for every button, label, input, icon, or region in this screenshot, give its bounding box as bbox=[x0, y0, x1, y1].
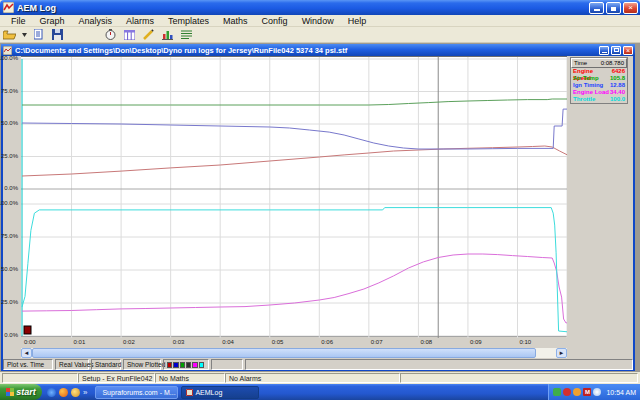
start-button[interactable]: start bbox=[0, 384, 42, 400]
y-tick-label: 75.0% bbox=[1, 233, 18, 239]
y-tick-label: 0.0% bbox=[4, 332, 18, 338]
y-axis-labels: 100.0%75.0%50.0%25.0%0.0%100.0%75.0%50.0… bbox=[0, 56, 20, 337]
horizontal-scrollbar[interactable]: ◄ ► bbox=[21, 348, 567, 358]
status-bar: Setup - Ex RunFile042 5374 No Maths No A… bbox=[0, 372, 640, 384]
plot-area[interactable] bbox=[21, 56, 567, 337]
ie-icon[interactable] bbox=[47, 388, 56, 397]
x-tick-label: 0:02 bbox=[123, 339, 135, 345]
channel-value: 12.88 bbox=[610, 82, 625, 89]
legend-row-engine-load: Engine Load 34.40 bbox=[571, 89, 627, 96]
firefox-icon[interactable] bbox=[59, 388, 68, 397]
channel-value: 105.8 bbox=[610, 75, 625, 82]
doc-icon bbox=[3, 46, 12, 55]
restore-button[interactable] bbox=[606, 2, 621, 14]
series-ign-timing bbox=[22, 109, 567, 149]
doc-maximize-button[interactable] bbox=[611, 46, 621, 55]
channel-swatch[interactable] bbox=[180, 362, 185, 368]
channel-swatch[interactable] bbox=[192, 362, 197, 368]
channel-color-swatches[interactable] bbox=[163, 359, 209, 370]
status-alarms-field: No Alarms bbox=[225, 373, 400, 383]
tray-shield-icon[interactable] bbox=[553, 388, 561, 396]
stopwatch-icon bbox=[105, 29, 116, 40]
channel-swatch[interactable] bbox=[167, 362, 172, 368]
list-icon bbox=[181, 30, 192, 39]
channel-label: Engine Load bbox=[573, 89, 609, 96]
x-tick-label: 0:08 bbox=[420, 339, 432, 345]
x-tick-label: 0:00 bbox=[24, 339, 36, 345]
save-button[interactable] bbox=[49, 28, 66, 42]
y-tick-label: 75.0% bbox=[1, 88, 18, 94]
scrollbar-thumb[interactable] bbox=[32, 348, 536, 358]
menu-config[interactable]: Config bbox=[255, 16, 295, 26]
scroll-right-button[interactable]: ► bbox=[556, 348, 567, 358]
aemlog-icon bbox=[186, 389, 193, 396]
open-dropdown-button[interactable] bbox=[20, 28, 28, 42]
minimize-button[interactable] bbox=[589, 2, 604, 14]
empty-field-1 bbox=[211, 359, 243, 370]
close-button[interactable]: × bbox=[623, 2, 638, 14]
legend-row-ign-timing: Ign Timing 12.88 bbox=[571, 82, 627, 89]
open-file-button[interactable] bbox=[1, 28, 18, 42]
save-icon bbox=[52, 29, 63, 40]
series-air-temp bbox=[22, 99, 567, 105]
task-label: Supraforums.com - M... bbox=[102, 389, 175, 396]
doc-close-button[interactable]: × bbox=[623, 46, 633, 55]
menubar: File Graph Analysis Alarms Templates Mat… bbox=[0, 15, 640, 27]
channel-swatch[interactable] bbox=[173, 362, 178, 368]
status-empty-field-2 bbox=[400, 373, 638, 383]
clock: 10:54 AM bbox=[606, 389, 636, 396]
channel-swatch[interactable] bbox=[199, 362, 204, 368]
doc-minimize-button[interactable] bbox=[599, 46, 609, 55]
taskbar: start » Supraforums.com - M... AEMLog M … bbox=[0, 384, 640, 400]
standard-field[interactable]: Standard bbox=[91, 359, 121, 370]
open-file-icon bbox=[3, 30, 16, 40]
legend-time-row: Time 0:08.780 bbox=[571, 58, 627, 68]
windows-flag-icon bbox=[6, 388, 14, 396]
menu-templates[interactable]: Templates bbox=[161, 16, 216, 26]
menu-analysis[interactable]: Analysis bbox=[72, 16, 120, 26]
y-tick-label: 25.0% bbox=[1, 153, 18, 159]
channel-swatch[interactable] bbox=[186, 362, 191, 368]
start-label: start bbox=[16, 387, 36, 397]
menu-file[interactable]: File bbox=[4, 16, 33, 26]
menu-window[interactable]: Window bbox=[295, 16, 341, 26]
tray-m-icon[interactable]: M bbox=[583, 388, 591, 396]
chevron-more-icon[interactable]: » bbox=[83, 388, 87, 397]
report-icon bbox=[34, 29, 43, 40]
doc-titlebar[interactable]: C:\Documents and Settings\Don\Desktop\Dy… bbox=[1, 44, 635, 56]
window-title: AEM Log bbox=[17, 3, 589, 13]
values-mode-field[interactable]: Real Values bbox=[55, 359, 89, 370]
x-tick-label: 0:05 bbox=[272, 339, 284, 345]
time-value: 0:08.780 bbox=[601, 60, 624, 66]
doc-bottom-bar: Plot vs. Time Real Values Standard Show … bbox=[3, 359, 633, 370]
table-button[interactable] bbox=[121, 28, 138, 42]
menu-help[interactable]: Help bbox=[341, 16, 374, 26]
doc-title: C:\Documents and Settings\Don\Desktop\Dy… bbox=[15, 46, 599, 55]
chart-button[interactable] bbox=[159, 28, 176, 42]
legend-row-air-temp: Air Temp 105.8 bbox=[571, 75, 627, 82]
quick-launch-bar: » bbox=[42, 388, 92, 397]
menu-alarms[interactable]: Alarms bbox=[119, 16, 161, 26]
tray-orange-icon[interactable] bbox=[573, 388, 581, 396]
menu-maths[interactable]: Maths bbox=[216, 16, 255, 26]
y-tick-label: 50.0% bbox=[1, 266, 18, 272]
main-titlebar: AEM Log × bbox=[0, 0, 640, 15]
pencil-button[interactable] bbox=[140, 28, 157, 42]
tray-red-icon[interactable] bbox=[563, 388, 571, 396]
log-start-marker bbox=[24, 326, 31, 334]
task-button-supraforums[interactable]: Supraforums.com - M... bbox=[95, 386, 178, 399]
show-plotted-field[interactable]: Show Plotted bbox=[123, 359, 161, 370]
scroll-left-button[interactable]: ◄ bbox=[21, 348, 32, 358]
table-icon bbox=[124, 30, 135, 40]
list-button[interactable] bbox=[178, 28, 195, 42]
app-shortcut-icon[interactable] bbox=[71, 388, 80, 397]
menu-graph[interactable]: Graph bbox=[33, 16, 72, 26]
status-empty-field bbox=[2, 373, 78, 383]
report-button[interactable] bbox=[30, 28, 47, 42]
task-button-aemlog[interactable]: AEMLog bbox=[181, 386, 259, 399]
stopwatch-button[interactable] bbox=[102, 28, 119, 42]
plot-mode-field[interactable]: Plot vs. Time bbox=[3, 359, 53, 370]
tray-network-icon[interactable] bbox=[593, 388, 601, 396]
status-maths-field: No Maths bbox=[155, 373, 225, 383]
chart-canvas bbox=[21, 57, 567, 338]
